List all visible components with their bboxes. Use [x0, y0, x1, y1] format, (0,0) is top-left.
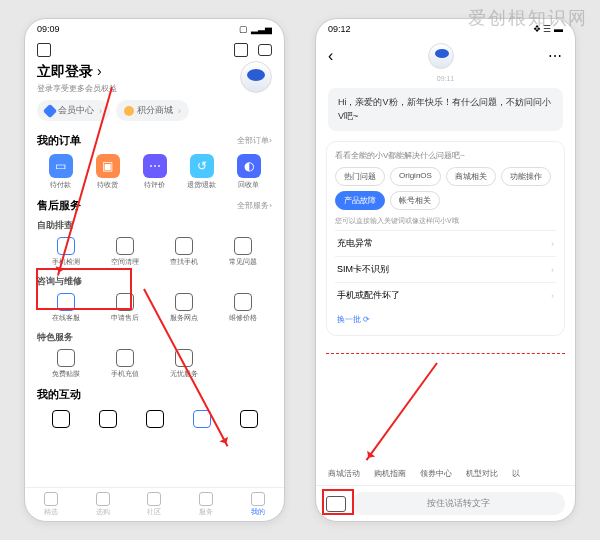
clock-icon	[99, 410, 117, 428]
svc-recharge[interactable]: 手机充值	[96, 349, 155, 379]
form-icon	[116, 293, 134, 311]
svc-faq[interactable]: 常见问题	[213, 237, 272, 267]
after-more[interactable]: 全部服务	[237, 200, 272, 211]
keyboard-icon[interactable]	[326, 496, 346, 512]
message-icon[interactable]	[258, 44, 272, 56]
nav-community[interactable]: 社区	[129, 492, 181, 517]
circle-icon	[146, 410, 164, 428]
order-pending-pay[interactable]: ▭待付款	[37, 154, 84, 190]
sub-consult: 咨询与维修	[37, 275, 272, 288]
q-charge[interactable]: 充电异常	[335, 230, 556, 256]
svc-price[interactable]: 维修价格	[213, 293, 272, 323]
quick-compare[interactable]: 机型对比	[466, 468, 498, 479]
headset-icon	[57, 293, 75, 311]
question-icon	[234, 237, 252, 255]
phone-left: 09:09 ▢ ▂▃▅ 立即登录 登录享受更多会员权益 会员中心 积分商城 我的…	[24, 18, 285, 522]
nav-featured[interactable]: 精选	[25, 492, 77, 517]
annotation-arrow	[366, 362, 438, 460]
q-sim[interactable]: SIM卡不识别	[335, 256, 556, 282]
cart-icon[interactable]	[234, 43, 248, 57]
broom-icon	[116, 237, 134, 255]
svc-worry[interactable]: 无忧服务	[155, 349, 214, 379]
login-title[interactable]: 立即登录	[37, 63, 272, 81]
search-icon	[175, 237, 193, 255]
bot-avatar	[428, 43, 454, 69]
nav-shop[interactable]: 选购	[77, 492, 129, 517]
quick-more[interactable]: 以	[512, 468, 520, 479]
nav-service[interactable]: 服务	[180, 492, 232, 517]
faq-title: 看看全能的小V都能解决什么问题吧~	[335, 150, 556, 161]
svc-online[interactable]: 在线客服	[37, 293, 96, 323]
svc-store[interactable]: 服务网点	[155, 293, 214, 323]
orders-title: 我的订单	[37, 133, 81, 148]
nav-mine[interactable]: 我的	[232, 492, 284, 517]
quick-coupon[interactable]: 领券中心	[420, 468, 452, 479]
login-sub: 登录享受更多会员权益	[37, 83, 272, 94]
after-title: 售后服务	[37, 198, 81, 213]
heart-icon	[240, 410, 258, 428]
timestamp: 09:11	[316, 75, 575, 82]
inter-2[interactable]	[84, 410, 131, 428]
tag-os[interactable]: OriginOS	[390, 167, 441, 186]
order-refund[interactable]: ↺退货/退款	[178, 154, 225, 190]
watermark: 爱创根知识网	[468, 6, 588, 30]
inter-3[interactable]	[131, 410, 178, 428]
shield-icon	[175, 349, 193, 367]
q-broken[interactable]: 手机或配件坏了	[335, 282, 556, 308]
price-icon	[234, 293, 252, 311]
tag-mall[interactable]: 商城相关	[446, 167, 496, 186]
phone-icon	[57, 237, 75, 255]
chip-member[interactable]: 会员中心	[37, 100, 110, 121]
tag-account[interactable]: 帐号相关	[390, 191, 440, 210]
faq-card: 看看全能的小V都能解决什么问题吧~ 热门问题 OriginOS 商城相关 功能操…	[326, 141, 565, 336]
phone-right: 09:12 ❖ ☰ ▬ ‹ ⋯ 09:11 Hi，亲爱的V粉，新年快乐！有什么问…	[315, 18, 576, 522]
orders-more[interactable]: 全部订单	[237, 135, 272, 146]
sub-special: 特色服务	[37, 331, 272, 344]
refund-icon: ↺	[190, 154, 214, 178]
back-button[interactable]: ‹	[328, 47, 333, 65]
bookmark-icon	[52, 410, 70, 428]
svc-find[interactable]: 查找手机	[155, 237, 214, 267]
film-icon	[57, 349, 75, 367]
user-icon	[251, 492, 265, 506]
chat-icon: ⋯	[143, 154, 167, 178]
home-icon	[44, 492, 58, 506]
faq-sub: 您可以直接输入关键词或像这样问小V哦	[335, 216, 556, 226]
avatar[interactable]	[240, 61, 272, 93]
svc-phone-check[interactable]: 手机检测	[37, 237, 96, 267]
quick-guide[interactable]: 购机指南	[374, 468, 406, 479]
diamond-icon	[43, 103, 57, 117]
status-time: 09:12	[328, 24, 351, 34]
star-icon	[193, 410, 211, 428]
svc-apply[interactable]: 申请售后	[96, 293, 155, 323]
refresh-button[interactable]: 换一批	[335, 308, 556, 327]
recharge-icon	[116, 349, 134, 367]
svc-film[interactable]: 免费贴膜	[37, 349, 96, 379]
order-recycle[interactable]: ◐回收单	[225, 154, 272, 190]
quick-activity[interactable]: 商城活动	[328, 468, 360, 479]
status-time: 09:09	[37, 24, 60, 34]
status-icons: ▢ ▂▃▅	[239, 24, 272, 34]
svc-cleanup[interactable]: 空间清理	[96, 237, 155, 267]
location-icon	[175, 293, 193, 311]
tag-func[interactable]: 功能操作	[501, 167, 551, 186]
chat-bubble: Hi，亲爱的V粉，新年快乐！有什么问题，不妨问问小V吧~	[328, 88, 563, 131]
settings-icon[interactable]	[37, 43, 51, 57]
coin-icon	[124, 106, 134, 116]
voice-input[interactable]: 按住说话转文字	[352, 492, 565, 515]
more-icon[interactable]: ⋯	[548, 48, 563, 64]
service-icon	[199, 492, 213, 506]
tag-hot[interactable]: 热门问题	[335, 167, 385, 186]
chip-points[interactable]: 积分商城	[116, 100, 189, 121]
wallet-icon: ▭	[49, 154, 73, 178]
bag-icon	[96, 492, 110, 506]
quick-bar: 商城活动 购机指南 领券中心 机型对比 以	[316, 462, 575, 485]
order-review[interactable]: ⋯待评价	[131, 154, 178, 190]
inter-5[interactable]	[225, 410, 272, 428]
inter-1[interactable]	[37, 410, 84, 428]
inter-4[interactable]	[178, 410, 225, 428]
recycle-icon: ◐	[237, 154, 261, 178]
annotation-line	[326, 353, 565, 354]
order-pending-ship[interactable]: ▣待收货	[84, 154, 131, 190]
tag-fault[interactable]: 产品故障	[335, 191, 385, 210]
